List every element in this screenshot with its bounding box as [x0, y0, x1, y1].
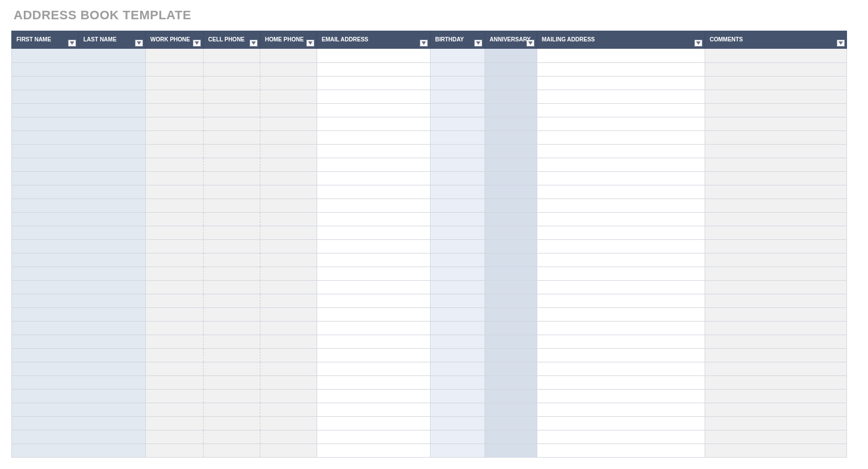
cell-email[interactable] — [317, 103, 431, 117]
cell-cell_phone[interactable] — [204, 430, 260, 443]
cell-work_phone[interactable] — [146, 171, 204, 185]
cell-last_name[interactable] — [79, 389, 146, 403]
cell-last_name[interactable] — [79, 198, 146, 212]
cell-first_name[interactable] — [12, 443, 79, 457]
cell-work_phone[interactable] — [146, 62, 204, 76]
cell-cell_phone[interactable] — [204, 117, 260, 130]
cell-last_name[interactable] — [79, 144, 146, 158]
cell-first_name[interactable] — [12, 49, 79, 62]
cell-last_name[interactable] — [79, 321, 146, 335]
cell-work_phone[interactable] — [146, 253, 204, 267]
cell-anniversary[interactable] — [485, 130, 537, 144]
cell-email[interactable] — [317, 294, 431, 307]
cell-last_name[interactable] — [79, 430, 146, 443]
cell-first_name[interactable] — [12, 226, 79, 239]
cell-home_phone[interactable] — [260, 294, 317, 307]
cell-cell_phone[interactable] — [204, 443, 260, 457]
cell-mailing[interactable] — [537, 443, 705, 457]
cell-comments[interactable] — [705, 416, 847, 430]
col-header-home-phone[interactable]: HOME PHONE — [260, 31, 317, 49]
col-header-first-name[interactable]: FIRST NAME — [12, 31, 79, 49]
cell-work_phone[interactable] — [146, 158, 204, 171]
cell-cell_phone[interactable] — [204, 280, 260, 294]
cell-birthday[interactable] — [431, 49, 485, 62]
col-header-comments[interactable]: COMMENTS — [705, 31, 847, 49]
cell-mailing[interactable] — [537, 239, 705, 253]
cell-work_phone[interactable] — [146, 212, 204, 226]
cell-cell_phone[interactable] — [204, 321, 260, 335]
cell-birthday[interactable] — [431, 144, 485, 158]
cell-first_name[interactable] — [12, 171, 79, 185]
cell-email[interactable] — [317, 158, 431, 171]
cell-cell_phone[interactable] — [204, 144, 260, 158]
cell-anniversary[interactable] — [485, 307, 537, 321]
cell-home_phone[interactable] — [260, 103, 317, 117]
cell-cell_phone[interactable] — [204, 416, 260, 430]
cell-mailing[interactable] — [537, 185, 705, 198]
cell-email[interactable] — [317, 171, 431, 185]
cell-first_name[interactable] — [12, 335, 79, 348]
cell-email[interactable] — [317, 212, 431, 226]
cell-first_name[interactable] — [12, 348, 79, 362]
cell-birthday[interactable] — [431, 171, 485, 185]
cell-work_phone[interactable] — [146, 267, 204, 280]
cell-anniversary[interactable] — [485, 430, 537, 443]
cell-home_phone[interactable] — [260, 144, 317, 158]
cell-birthday[interactable] — [431, 117, 485, 130]
cell-last_name[interactable] — [79, 348, 146, 362]
cell-comments[interactable] — [705, 362, 847, 375]
cell-work_phone[interactable] — [146, 375, 204, 389]
cell-birthday[interactable] — [431, 403, 485, 416]
cell-email[interactable] — [317, 198, 431, 212]
cell-mailing[interactable] — [537, 90, 705, 103]
cell-email[interactable] — [317, 430, 431, 443]
cell-home_phone[interactable] — [260, 117, 317, 130]
cell-birthday[interactable] — [431, 103, 485, 117]
cell-comments[interactable] — [705, 171, 847, 185]
cell-work_phone[interactable] — [146, 321, 204, 335]
cell-comments[interactable] — [705, 212, 847, 226]
cell-last_name[interactable] — [79, 226, 146, 239]
cell-email[interactable] — [317, 321, 431, 335]
cell-home_phone[interactable] — [260, 185, 317, 198]
col-header-cell-phone[interactable]: CELL PHONE — [204, 31, 260, 49]
cell-cell_phone[interactable] — [204, 307, 260, 321]
cell-birthday[interactable] — [431, 430, 485, 443]
cell-anniversary[interactable] — [485, 76, 537, 90]
cell-anniversary[interactable] — [485, 335, 537, 348]
cell-email[interactable] — [317, 117, 431, 130]
cell-work_phone[interactable] — [146, 280, 204, 294]
cell-comments[interactable] — [705, 130, 847, 144]
cell-first_name[interactable] — [12, 144, 79, 158]
cell-last_name[interactable] — [79, 62, 146, 76]
cell-cell_phone[interactable] — [204, 375, 260, 389]
cell-work_phone[interactable] — [146, 307, 204, 321]
cell-comments[interactable] — [705, 198, 847, 212]
cell-last_name[interactable] — [79, 49, 146, 62]
cell-anniversary[interactable] — [485, 212, 537, 226]
cell-mailing[interactable] — [537, 198, 705, 212]
cell-birthday[interactable] — [431, 267, 485, 280]
cell-mailing[interactable] — [537, 335, 705, 348]
cell-first_name[interactable] — [12, 362, 79, 375]
cell-comments[interactable] — [705, 117, 847, 130]
cell-mailing[interactable] — [537, 226, 705, 239]
cell-first_name[interactable] — [12, 294, 79, 307]
cell-mailing[interactable] — [537, 267, 705, 280]
cell-last_name[interactable] — [79, 76, 146, 90]
cell-home_phone[interactable] — [260, 212, 317, 226]
cell-anniversary[interactable] — [485, 62, 537, 76]
cell-email[interactable] — [317, 130, 431, 144]
cell-cell_phone[interactable] — [204, 49, 260, 62]
filter-dropdown-icon[interactable] — [837, 40, 845, 47]
cell-email[interactable] — [317, 375, 431, 389]
cell-birthday[interactable] — [431, 321, 485, 335]
cell-mailing[interactable] — [537, 62, 705, 76]
cell-home_phone[interactable] — [260, 171, 317, 185]
cell-cell_phone[interactable] — [204, 348, 260, 362]
cell-comments[interactable] — [705, 335, 847, 348]
cell-home_phone[interactable] — [260, 158, 317, 171]
cell-comments[interactable] — [705, 294, 847, 307]
cell-birthday[interactable] — [431, 76, 485, 90]
cell-last_name[interactable] — [79, 362, 146, 375]
